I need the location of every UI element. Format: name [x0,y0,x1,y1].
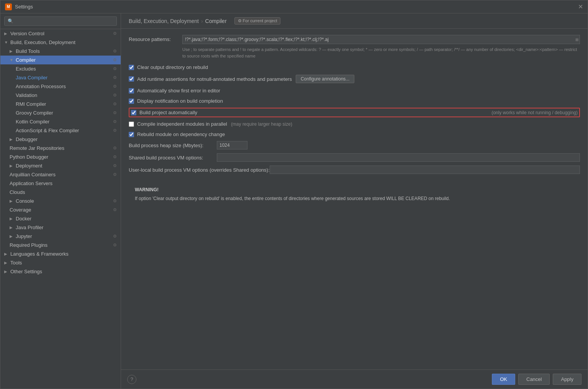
user-vm-input[interactable] [270,166,580,174]
arrow-icon: ▶ [4,31,9,36]
arrow-icon: ▶ [10,49,14,53]
titlebar: M Settings ✕ [0,0,588,13]
checkbox-clear-output-label[interactable]: Clear output directory on rebuild [137,64,208,70]
resource-patterns-input-wrap: ⊞ [182,35,580,44]
sidebar-item-groovy-compiler[interactable]: Groovy Compiler ⚙ [0,108,121,117]
bottom-bar: ? OK Cancel Apply [121,369,588,389]
sidebar-item-deployment[interactable]: ▶ Deployment ⚙ [0,161,121,170]
checkbox-compile-parallel-row: Compile independent modules in parallel … [129,120,580,128]
sidebar-item-label: Docker [16,216,31,222]
apply-button[interactable]: Apply [553,374,581,385]
settings-icon: ⚙ [113,243,117,248]
sidebar-item-remote-jar-repositories[interactable]: Remote Jar Repositories ⚙ [0,144,121,153]
checkbox-runtime-assertions[interactable] [129,76,134,82]
compile-parallel-note: (may require larger heap size) [231,121,292,127]
sidebar-item-rmi-compiler[interactable]: RMI Compiler ⚙ [0,100,121,108]
sidebar-item-label: Java Compiler [16,75,47,80]
sidebar-item-label: RMI Compiler [16,101,46,107]
settings-icon: ⚙ [113,84,117,89]
sidebar-item-build-execution-deployment[interactable]: ▼ Build, Execution, Deployment [0,38,121,47]
checkbox-clear-output[interactable] [129,65,134,70]
sidebar-item-coverage[interactable]: Coverage ⚙ [0,205,121,214]
sidebar-item-label: Python Debugger [10,154,48,160]
checkbox-display-notification-row: Display notification on build completion [129,97,580,105]
ok-button[interactable]: OK [492,374,515,385]
sidebar-item-label: Remote Jar Repositories [10,145,64,151]
sidebar-item-version-control[interactable]: ▶ Version Control ⚙ [0,29,121,38]
sidebar-item-kotlin-compiler[interactable]: Kotlin Compiler ⚙ [0,117,121,126]
sidebar-item-jupyter[interactable]: ▶ Jupyter ⚙ [0,232,121,241]
sidebar-item-compiler[interactable]: ▼ Compiler ⚙ [0,56,121,64]
settings-icon: ⚙ [113,57,117,62]
arrow-icon: ▶ [4,269,9,274]
sidebar-item-validation[interactable]: Validation ⚙ [0,91,121,100]
sidebar-item-clouds[interactable]: Clouds [0,188,121,197]
arrow-icon: ▶ [10,137,14,141]
cancel-button[interactable]: Cancel [518,374,550,385]
settings-icon: ⚙ [113,102,117,107]
breadcrumb-separator: › [201,18,203,24]
arrow-icon: ▶ [4,252,9,256]
checkbox-runtime-assertions-label[interactable]: Add runtime assertions for notnull-annot… [137,76,292,82]
arrow-icon: ▶ [10,199,14,203]
checkbox-compile-parallel[interactable] [129,121,134,127]
checkbox-display-notification-label[interactable]: Display notification on build completion [137,98,223,104]
shared-vm-input[interactable] [217,153,580,162]
sidebar-item-docker[interactable]: ▶ Docker [0,214,121,223]
settings-icon: ⚙ [113,31,117,36]
search-box [0,13,121,29]
project-badge-label: ⚙ For current project [238,18,277,23]
checkbox-build-automatically[interactable] [131,110,136,115]
search-input[interactable] [4,16,117,26]
sidebar-item-actionscript-compiler[interactable]: ActionScript & Flex Compiler ⚙ [0,126,121,135]
sidebar-item-languages-frameworks[interactable]: ▶ Languages & Frameworks [0,249,121,258]
sidebar-item-tools[interactable]: ▶ Tools [0,258,121,267]
settings-icon: ⚙ [113,234,117,239]
sidebar-item-debugger[interactable]: ▶ Debugger [0,135,121,144]
shared-vm-row: Shared build process VM options: [129,153,580,162]
sidebar-item-python-debugger[interactable]: Python Debugger ⚙ [0,153,121,161]
checkbox-show-first-error-label[interactable]: Automatically show first error in editor [137,88,220,94]
sidebar-item-label: Arquillian Containers [10,172,56,177]
checkbox-show-first-error[interactable] [129,88,134,94]
sidebar-item-label: Coverage [10,207,31,213]
arrow-icon: ▼ [4,40,9,44]
checkbox-rebuild-module[interactable] [129,132,134,137]
main-content: ▶ Version Control ⚙ ▼ Build, Execution, … [0,13,588,389]
settings-icon: ⚙ [113,66,117,71]
settings-icon: ⚙ [113,154,117,159]
configure-annotations-button[interactable]: Configure annotations... [296,75,354,83]
settings-window: M Settings ✕ ▶ Version Control ⚙ ▼ Build… [0,0,588,389]
sidebar-item-label: Compiler [16,57,36,63]
settings-icon: ⚙ [113,128,117,133]
settings-icon: ⚙ [113,146,117,151]
checkbox-rebuild-module-label[interactable]: Rebuild module on dependency change [137,131,225,137]
resource-patterns-input[interactable] [182,35,580,44]
sidebar-item-required-plugins[interactable]: Required Plugins ⚙ [0,241,121,249]
sidebar-item-label: Languages & Frameworks [10,251,69,257]
settings-icon: ⚙ [113,119,117,124]
sidebar-item-excludes[interactable]: Excludes ⚙ [0,64,121,73]
sidebar-item-java-compiler[interactable]: Java Compiler ⚙ [0,73,121,82]
checkbox-build-automatically-label[interactable]: Build project automatically [139,110,491,115]
sidebar: ▶ Version Control ⚙ ▼ Build, Execution, … [0,13,121,389]
resource-patterns-row: Resource patterns: ⊞ [129,35,580,44]
arrow-icon: ▶ [10,217,14,221]
settings-icon: ⚙ [113,93,117,98]
sidebar-item-annotation-processors[interactable]: Annotation Processors ⚙ [0,82,121,91]
heap-size-input[interactable] [217,141,247,149]
close-button[interactable]: ✕ [578,3,583,10]
sidebar-item-arquillian-containers[interactable]: Arquillian Containers ⚙ [0,170,121,179]
expand-icon: ⊞ [575,38,578,42]
sidebar-item-build-tools[interactable]: ▶ Build Tools ⚙ [0,47,121,56]
sidebar-item-console[interactable]: ▶ Console ⚙ [0,197,121,205]
resource-patterns-hint: Use ; to separate patterns and ! to nega… [182,46,580,59]
sidebar-item-application-servers[interactable]: Application Servers [0,179,121,188]
sidebar-item-label: Deployment [16,163,42,169]
checkbox-display-notification[interactable] [129,98,134,104]
sidebar-item-label: Java Profiler [16,225,43,230]
checkbox-compile-parallel-label[interactable]: Compile independent modules in parallel [137,121,227,127]
sidebar-item-other-settings[interactable]: ▶ Other Settings [0,267,121,276]
help-button[interactable]: ? [127,375,136,384]
sidebar-item-java-profiler[interactable]: ▶ Java Profiler [0,223,121,232]
